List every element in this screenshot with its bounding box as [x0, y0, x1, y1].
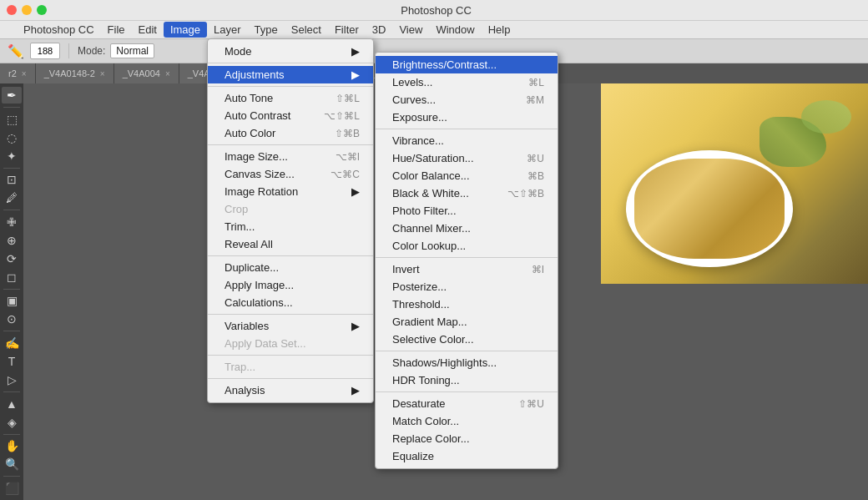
tool-crop[interactable]: ⊡: [2, 171, 22, 188]
menu-channel-mixer[interactable]: Channel Mixer...: [376, 220, 558, 237]
menu-canvas-size[interactable]: Canvas Size... ⌥⌘C: [208, 165, 373, 183]
menu-variables[interactable]: Variables ▶: [208, 317, 373, 335]
menu-replace-color[interactable]: Replace Color...: [376, 430, 558, 447]
tool-marquee[interactable]: ⬚: [2, 111, 22, 128]
menu-file[interactable]: File: [101, 22, 132, 38]
menu-help[interactable]: Help: [482, 22, 517, 38]
tool-shape[interactable]: ▲: [2, 396, 22, 412]
tool-dodge[interactable]: ⊙: [2, 311, 22, 327]
menu-photoshop[interactable]: Photoshop CC: [17, 22, 101, 38]
sep4: [376, 391, 558, 392]
label: Desaturate: [392, 397, 446, 410]
tool-heal[interactable]: ✙: [2, 214, 22, 230]
brush-tool-icon[interactable]: ✏️: [7, 42, 25, 60]
menu-exposure[interactable]: Exposure...: [376, 109, 558, 126]
label: Levels...: [392, 76, 432, 88]
menu-apple[interactable]: [3, 28, 17, 32]
tool-text[interactable]: T: [2, 353, 22, 370]
tab-close-r2[interactable]: ×: [22, 69, 27, 78]
sep2: [376, 257, 558, 258]
menu-edit[interactable]: Edit: [132, 22, 164, 38]
arrow-icon: ▶: [343, 68, 360, 81]
sep1: [376, 129, 558, 129]
menu-window[interactable]: Window: [429, 22, 481, 38]
tool-lasso[interactable]: ◌: [2, 129, 22, 146]
menu-mode[interactable]: Mode ▶: [208, 43, 373, 60]
menu-image-rotation[interactable]: Image Rotation ▶: [208, 183, 373, 200]
menu-calculations[interactable]: Calculations...: [208, 294, 373, 311]
maximize-button[interactable]: [37, 5, 47, 15]
tool-pen[interactable]: ✍: [2, 335, 22, 351]
menu-hue-saturation[interactable]: Hue/Saturation... ⌘U: [376, 149, 558, 167]
tool-divider-8: [3, 476, 20, 477]
menu-posterize[interactable]: Posterize...: [376, 278, 558, 295]
menu-3d[interactable]: 3D: [366, 22, 393, 38]
menu-view[interactable]: View: [392, 22, 429, 38]
menu-match-color[interactable]: Match Color...: [376, 412, 558, 430]
menu-threshold[interactable]: Threshold...: [376, 295, 558, 313]
tool-clone[interactable]: ⊕: [2, 232, 22, 249]
tab-close-v4a004[interactable]: ×: [165, 69, 170, 78]
menu-black-white[interactable]: Black & White... ⌥⇧⌘B: [376, 184, 558, 202]
mode-label: Mode:: [78, 45, 105, 57]
tool-gradient[interactable]: ▣: [2, 293, 22, 310]
menu-layer[interactable]: Layer: [207, 22, 248, 38]
tab-r2[interactable]: r2 ×: [0, 63, 36, 83]
menu-curves[interactable]: Curves... ⌘M: [376, 91, 558, 109]
menu-equalize[interactable]: Equalize: [376, 447, 558, 465]
menu-auto-contrast[interactable]: Auto Contrast ⌥⇧⌘L: [208, 107, 373, 124]
image-menu[interactable]: Mode ▶ Adjustments ▶ Auto Tone ⇧⌘L Auto …: [207, 38, 374, 403]
menu-trim[interactable]: Trim...: [208, 218, 373, 235]
menu-reveal-all[interactable]: Reveal All: [208, 235, 373, 253]
menu-gradient-map[interactable]: Gradient Map...: [376, 313, 558, 331]
menu-desaturate[interactable]: Desaturate ⇧⌘U: [376, 395, 558, 412]
menu-image-size[interactable]: Image Size... ⌥⌘I: [208, 148, 373, 165]
menu-shadows-highlights[interactable]: Shadows/Highlights...: [376, 354, 558, 371]
sep5: [208, 314, 373, 315]
tool-3d[interactable]: ◈: [2, 414, 22, 431]
shortcut: ⇧⌘B: [318, 128, 360, 139]
menu-apply-image[interactable]: Apply Image...: [208, 276, 373, 294]
tab-v4a004[interactable]: _V4A004 ×: [114, 63, 179, 83]
menu-image[interactable]: Image: [164, 22, 207, 38]
menu-invert[interactable]: Invert ⌘I: [376, 260, 558, 278]
tool-hand[interactable]: ✋: [2, 437, 22, 454]
adjustments-menu[interactable]: Brightness/Contrast... Levels... ⌘L Curv…: [375, 52, 558, 469]
menu-type[interactable]: Type: [248, 22, 285, 38]
menu-color-balance[interactable]: Color Balance... ⌘B: [376, 167, 558, 184]
menu-analysis[interactable]: Analysis ▶: [208, 381, 373, 399]
menu-filter[interactable]: Filter: [328, 22, 366, 38]
menu-auto-tone[interactable]: Auto Tone ⇧⌘L: [208, 89, 373, 107]
menu-selective-color[interactable]: Selective Color...: [376, 331, 558, 348]
menu-vibrance[interactable]: Vibrance...: [376, 132, 558, 149]
menu-photo-filter[interactable]: Photo Filter...: [376, 202, 558, 220]
menu-duplicate[interactable]: Duplicate...: [208, 259, 373, 276]
menu-hdr-toning[interactable]: HDR Toning...: [376, 371, 558, 389]
menu-adjustments[interactable]: Adjustments ▶: [208, 66, 373, 83]
tool-history-brush[interactable]: ⟳: [2, 250, 22, 267]
menu-levels[interactable]: Levels... ⌘L: [376, 73, 558, 91]
tool-brush[interactable]: ✒: [2, 87, 22, 104]
minimize-button[interactable]: [22, 5, 32, 15]
menu-auto-color[interactable]: Auto Color ⇧⌘B: [208, 124, 373, 142]
tab-close-v4a0148[interactable]: ×: [100, 69, 105, 78]
tool-eraser[interactable]: ◻: [2, 269, 22, 285]
tool-foreground-bg[interactable]: ⬛: [2, 480, 22, 497]
shortcut: ⌘B: [511, 170, 544, 182]
menu-color-lookup[interactable]: Color Lookup...: [376, 237, 558, 255]
tool-path-select[interactable]: ▷: [2, 371, 22, 388]
menu-select[interactable]: Select: [285, 22, 328, 38]
label: Threshold...: [392, 298, 450, 311]
tool-zoom[interactable]: 🔍: [2, 456, 22, 472]
food-content: [634, 159, 785, 259]
close-button[interactable]: [7, 5, 17, 15]
tool-magic-wand[interactable]: ✦: [2, 148, 22, 164]
label: Gradient Map...: [392, 316, 467, 328]
tool-eyedropper[interactable]: 🖉: [2, 189, 22, 206]
tab-v4a0148[interactable]: _V4A0148-2 ×: [36, 63, 114, 83]
mode-value[interactable]: Normal: [110, 43, 154, 58]
app-name: Photoshop CC: [401, 4, 472, 17]
label: Analysis: [225, 384, 265, 396]
menu-brightness-contrast[interactable]: Brightness/Contrast...: [376, 56, 558, 73]
label: Exposure...: [392, 111, 447, 124]
